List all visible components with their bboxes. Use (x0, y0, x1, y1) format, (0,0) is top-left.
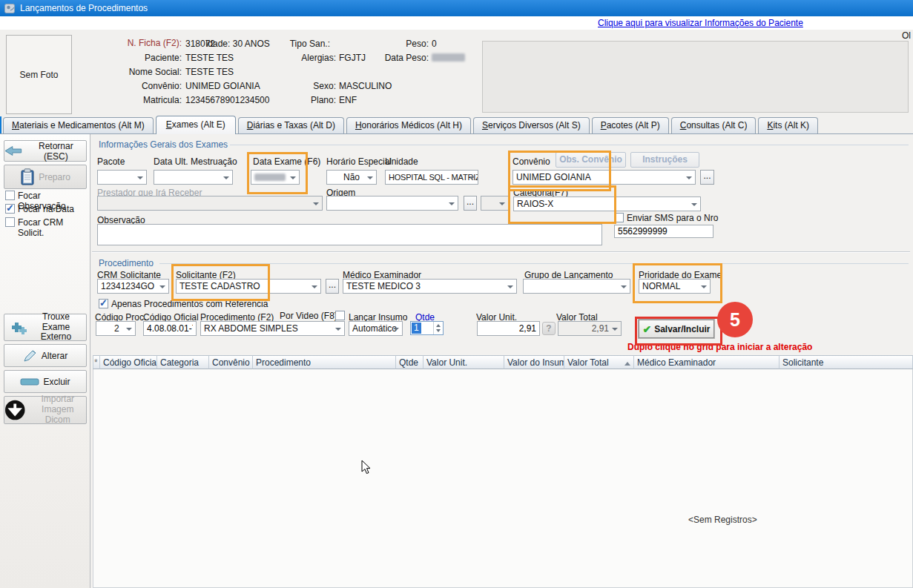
clipboard-icon (20, 168, 35, 186)
alterar-label: Alterar (42, 351, 67, 361)
categoria-combo[interactable]: RAIOS-X (513, 196, 701, 211)
origem-ellipsis-button[interactable]: ... (464, 196, 477, 211)
step-badge: 5 (717, 302, 753, 337)
grid-col-indicator[interactable]: * (93, 355, 100, 369)
nome-social-label: Nome Social: (74, 67, 182, 77)
patient-info-link[interactable]: Clique aqui para visualizar Informações … (598, 18, 803, 28)
lancar-insumo-combo[interactable]: Automático (349, 321, 403, 336)
medico-examinador-combo[interactable]: TESTE MEDICO 3 (343, 279, 517, 294)
qtde-value: 1 (412, 323, 421, 334)
tab-pacotes[interactable]: Pacotes (Alt P) (592, 117, 669, 133)
tab-diarias[interactable]: Diárias e Taxas (Alt D) (238, 117, 344, 133)
sexo-label: Sexo: (271, 81, 336, 91)
data-ult-combo[interactable] (154, 170, 233, 185)
convenio-ellipsis-button[interactable]: ... (700, 170, 714, 185)
matricula-value: 12345678901234500 (185, 95, 269, 105)
apenas-referencia-checkbox[interactable]: Apenas Procedimentos com Referencia (99, 299, 268, 309)
tab-kits[interactable]: Kits (Alt K) (758, 117, 818, 133)
grid-body[interactable] (93, 369, 913, 588)
salvar-incluir-button[interactable]: ✔ Salvar/Incluir (639, 320, 714, 338)
photo-placeholder-label: Sem Foto (19, 70, 58, 80)
plano-value: ENF (339, 95, 357, 105)
tab-consultas[interactable]: Consultas (Alt C) (671, 117, 757, 133)
prestador-combo[interactable] (97, 196, 323, 211)
alterar-button[interactable]: Alterar (4, 344, 87, 367)
grid-col-codigo-oficial[interactable]: Código Oficial (100, 355, 157, 369)
data-peso-redacted-value (432, 53, 465, 62)
codigo-proc-combo[interactable]: 2 (96, 321, 136, 336)
origem-secondary-combo[interactable] (481, 196, 509, 211)
excluir-button[interactable]: Excluir (4, 370, 87, 393)
qtde-spinner[interactable]: 1 (410, 321, 444, 335)
convenio-field-label: Convênio (512, 156, 550, 167)
tab-strip: Materiais e Medicamentos (Alt M) Exames … (0, 116, 913, 134)
instrucoes-button[interactable]: Instruções (630, 152, 699, 168)
idade-field: Idade: 30 ANOS (205, 39, 270, 49)
data-peso-label: Data Peso: (367, 53, 429, 63)
enviar-sms-checkbox[interactable]: Enviar SMS para o Nro (614, 213, 718, 223)
crm-solicitante-combo[interactable]: 12341234GO (97, 279, 169, 294)
idade-label: Idade: (205, 39, 230, 49)
convenio-combo[interactable]: UNIMED GOIANIA (512, 170, 696, 185)
sms-number-input[interactable] (614, 225, 713, 238)
importar-dicom-button[interactable]: Importar Imagem Dicom (4, 396, 87, 424)
grid-col-procedimento[interactable]: Procedimento (253, 355, 396, 369)
por-video-checkbox[interactable] (335, 311, 345, 320)
grid-col-valor-insumo[interactable]: Valor do Insumo (504, 355, 564, 369)
prioridade-combo[interactable]: NORMAL (639, 279, 711, 294)
grid-col-valor-unit[interactable]: Valor Unit. (423, 355, 504, 369)
section-separator (92, 251, 910, 252)
tab-exames[interactable]: Exames (Alt E) (156, 116, 236, 134)
back-arrow-icon (4, 145, 22, 156)
tab-servicos[interactable]: Serviços Diversos (Alt S) (473, 117, 590, 133)
sort-asc-icon (624, 359, 630, 366)
chevron-down-icon (223, 176, 229, 182)
annotation-hint-text: Duplo clique no grid para iniciar a alte… (627, 342, 812, 352)
focar-na-data-checkbox[interactable]: Focar na Data (5, 204, 74, 214)
grid-empty-text: <Sem Registros> (688, 515, 757, 525)
chevron-down-icon (137, 176, 143, 182)
valor-total-value: 2,91 (592, 323, 609, 334)
sidebar: Retornar (ESC) Preparo Focar Observação … (0, 134, 90, 588)
chevron-down-icon (449, 202, 455, 208)
trouxe-exame-externo-button[interactable]: Trouxe Exame Externo (4, 314, 87, 341)
apenas-referencia-label: Apenas Procedimentos com Referencia (111, 299, 268, 309)
horario-especial-combo[interactable]: Não (326, 170, 377, 185)
tab-materiais[interactable]: Materiais e Medicamentos (Alt M) (3, 117, 154, 133)
grid-col-categoria[interactable]: Categoria (157, 355, 209, 369)
peso-value: 0 (432, 39, 437, 49)
grupo-lancamento-combo[interactable] (523, 279, 630, 294)
solicitante-ellipsis-button[interactable]: ... (326, 279, 339, 294)
focar-na-data-label: Focar na Data (18, 204, 74, 214)
convenio-value: UNIMED GOIANIA (185, 81, 260, 91)
retornar-button[interactable]: Retornar (ESC) (4, 140, 87, 162)
chevron-down-icon (691, 203, 697, 209)
pacote-combo[interactable] (97, 170, 147, 185)
grid-col-qtde[interactable]: Qtde (396, 355, 423, 369)
data-exame-combo[interactable] (251, 170, 300, 185)
grid-col-solicitante[interactable]: Solicitante (779, 355, 913, 369)
unidade-combo[interactable]: HOSPITAL SQL - MATRIZ (385, 170, 478, 185)
grid-col-medico[interactable]: Médico Examinador (634, 355, 779, 369)
obs-convenio-button[interactable]: Obs. Convênio (556, 152, 626, 168)
grid-col-valor-total[interactable]: Valor Total (564, 355, 634, 369)
chevron-down-icon (621, 285, 627, 291)
grid-col-convenio[interactable]: Convênio (209, 355, 253, 369)
help-question-button[interactable]: ? (542, 322, 556, 335)
green-check-icon: ✔ (642, 323, 651, 335)
origem-combo[interactable] (326, 196, 458, 211)
procedimento-combo[interactable]: RX ABDOME SIMPLES (200, 321, 345, 336)
solicitante-combo[interactable]: TESTE CADASTRO (176, 279, 321, 294)
minus-bar-icon (20, 378, 39, 386)
valor-unit-input[interactable] (477, 321, 540, 336)
focar-crm-checkbox[interactable]: Focar CRM Solicit. (5, 217, 90, 238)
preparo-button[interactable]: Preparo (4, 165, 87, 189)
observacao-textarea[interactable] (97, 224, 602, 245)
alergias-value: FGJTJ (339, 53, 366, 63)
grid-header: * Código Oficial Categoria Convênio Proc… (93, 355, 913, 369)
procedure-group-title: Procedimento (99, 258, 154, 268)
chevron-down-icon (367, 176, 373, 182)
tab-honorarios[interactable]: Honorários Médicos (Alt H) (346, 117, 471, 133)
codigo-oficial-input[interactable] (143, 321, 197, 336)
spinner-arrows[interactable] (433, 322, 443, 334)
